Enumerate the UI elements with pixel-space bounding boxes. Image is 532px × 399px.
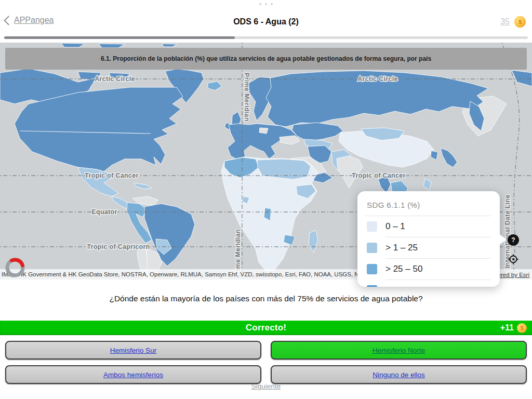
progress-bar [4, 36, 528, 39]
map-banner-text: 6.1. Proporción de la población (%) que … [101, 55, 431, 62]
window-handle-dots [259, 3, 273, 5]
label-prime-meridian-bottom: ime Meridian [234, 229, 242, 271]
world-map[interactable]: Arctic Circle Arctic Circle Tropic of Ca… [0, 43, 532, 280]
next-button[interactable]: Siguiente [0, 382, 532, 390]
score-value[interactable]: 35 [500, 17, 510, 26]
points-earned: +11 [500, 323, 514, 332]
loading-spinner [4, 256, 26, 279]
question-text: ¿Dónde están la mayoría de los países co… [0, 294, 532, 303]
coin-icon: $ [517, 323, 527, 333]
legend-pointer-arrow [499, 234, 507, 245]
result-points: +11 $ [500, 321, 527, 335]
answer-label: Hemisferio Sur [110, 347, 156, 354]
legend-item: > 50 – 75 [366, 280, 490, 287]
locate-icon [508, 254, 519, 265]
legend-swatch-1-25 [367, 243, 377, 253]
label-tropic-cancer-left: Tropic of Cancer [85, 172, 138, 179]
label-prime-meridian-top: Prime Meridian [243, 73, 250, 122]
answer-label: Ambos hemisferios [103, 371, 163, 379]
label-equator: Equator [91, 208, 117, 216]
legend-label: > 1 – 25 [385, 243, 418, 253]
coin-icon: $ [514, 16, 526, 28]
legend-swatch-0-1 [367, 221, 377, 232]
legend-item: > 25 – 50 [366, 259, 490, 280]
score-area: 35 $ [500, 16, 526, 28]
legend-item: 0 – 1 [366, 216, 490, 237]
label-tropic-capricorn: Tropic of Capricorn [87, 243, 150, 250]
label-arctic-circle-left: Arctic Circle [95, 75, 135, 83]
legend-label: > 25 – 50 [385, 264, 422, 274]
label-tropic-cancer-right: Tropic of Cancer [352, 172, 405, 179]
locate-button[interactable] [508, 254, 519, 265]
label-arctic-circle-right: Arctic Circle [357, 75, 398, 83]
answer-grid: Hemisferio Sur Hemisferio Norte Ambos he… [5, 341, 527, 384]
legend-swatch-50-75 [367, 285, 377, 287]
result-message: Correcto! [246, 323, 286, 333]
answer-label: Ninguno de ellos [373, 371, 425, 379]
legend-label: 0 – 1 [385, 221, 405, 232]
page-title: ODS 6 - Agua (2) [0, 17, 532, 26]
answer-label: Hemisferio Norte [373, 347, 425, 354]
map-banner: 6.1. Proporción de la población (%) que … [5, 48, 527, 70]
answer-button[interactable]: Ninguno de ellos [271, 365, 527, 384]
answer-button[interactable]: Hemisferio Norte [271, 341, 527, 360]
legend-item: > 1 – 25 [366, 237, 490, 258]
legend-title: SDG 6.1.1 (%) [366, 198, 490, 216]
help-button[interactable]: ? [508, 234, 519, 246]
legend-swatch-25-50 [367, 264, 377, 274]
answer-button[interactable]: Ambos hemisferios [5, 365, 261, 384]
legend-label: > 50 – 75 [385, 285, 422, 287]
answer-button[interactable]: Hemisferio Sur [5, 341, 261, 360]
result-bar: Correcto! +11 $ [0, 321, 532, 335]
legend-panel: SDG 6.1.1 (%) 0 – 1 > 1 – 25 > 25 – 50 >… [357, 191, 500, 287]
question-mark-icon: ? [511, 236, 515, 244]
progress-fill [4, 36, 235, 39]
